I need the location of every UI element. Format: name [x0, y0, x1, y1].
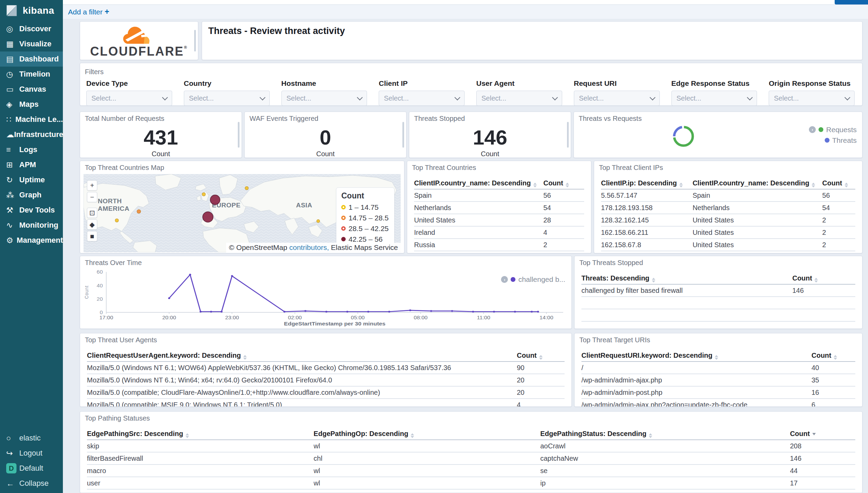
- filter-select-hostname[interactable]: Select...: [281, 91, 367, 106]
- sidebar-item-visualize[interactable]: ▦Visualize: [0, 36, 63, 51]
- polygon-tool-button[interactable]: ◆: [87, 219, 97, 230]
- legend-collapse-icon[interactable]: ›: [809, 126, 816, 133]
- sort-icon[interactable]: [649, 433, 652, 438]
- map-dot: [210, 195, 220, 205]
- scrollbar[interactable]: [567, 122, 569, 147]
- column-header-count[interactable]: Count: [790, 428, 855, 440]
- sidebar-item-collapse[interactable]: ←Collapse: [0, 476, 63, 491]
- filter-select-device-type[interactable]: Select...: [86, 91, 172, 106]
- sidebar-item-dashboard[interactable]: ▤Dashboard: [0, 51, 63, 67]
- sidebar-item-monitoring[interactable]: ∿Monitoring: [0, 218, 63, 233]
- scrollbar[interactable]: [238, 122, 240, 147]
- sidebar-item-dev-tools[interactable]: ⚒Dev Tools: [0, 203, 63, 218]
- column-header-edgepathingsrc-descending[interactable]: EdgePathingSrc: Descending: [87, 428, 314, 440]
- sort-icon[interactable]: [679, 183, 683, 187]
- sort-icon[interactable]: [186, 433, 189, 438]
- filter-select-request-uri[interactable]: Select...: [574, 91, 660, 106]
- column-header-count[interactable]: Count: [543, 177, 584, 189]
- filter-select-client-ip[interactable]: Select...: [379, 91, 465, 106]
- sidebar-item-maps[interactable]: ◈Maps: [0, 97, 63, 112]
- rectangle-tool-button[interactable]: ■: [87, 231, 97, 241]
- column-header-threats-descending[interactable]: Threats: Descending: [581, 272, 792, 284]
- kibana-logo[interactable]: kibana: [0, 0, 63, 21]
- maps-icon: ◈: [6, 100, 19, 109]
- column-header-count[interactable]: Count: [811, 349, 855, 362]
- column-header-edgepathingop-descending[interactable]: EdgePathingOp: Descending: [314, 428, 541, 440]
- sort-icon[interactable]: [834, 355, 837, 360]
- column-header-clientip-country-name-descending[interactable]: ClientIP.country_name: Descending: [414, 177, 543, 189]
- column-header-clientrequestuseragent-keyword-descending[interactable]: ClientRequestUserAgent.keyword: Descendi…: [87, 349, 517, 362]
- sidebar-item-default[interactable]: DDefault: [0, 461, 63, 476]
- sidebar-item-apm[interactable]: ⊞APM: [0, 157, 63, 172]
- scrollbar[interactable]: [402, 122, 404, 147]
- select-placeholder: Select...: [91, 94, 116, 102]
- sort-icon[interactable]: [533, 183, 537, 187]
- infrastructure-cloud-icon: ☁: [6, 130, 14, 139]
- panel-title: Top Pathing Statuses: [80, 412, 862, 422]
- top-search-bar-remnant: [63, 0, 868, 5]
- table-cell: user: [87, 477, 314, 489]
- legend-collapse-icon[interactable]: ›: [501, 276, 508, 283]
- sidebar-item-canvas[interactable]: ▭Canvas: [0, 82, 63, 97]
- sidebar-item-elastic[interactable]: ○elastic: [0, 431, 63, 446]
- sidebar-item-infrastructure[interactable]: ☁Infrastructure: [0, 127, 63, 142]
- table-cell: 162.158.66.211: [601, 226, 692, 239]
- svg-text:17:00: 17:00: [99, 315, 113, 321]
- scrollbar[interactable]: [194, 30, 196, 51]
- column-header-edgepathingstatus-descending[interactable]: EdgePathingStatus: Descending: [540, 428, 790, 440]
- sidebar-item-label: Infrastructure: [14, 130, 63, 139]
- metrics-row: Total Number of Requests431CountWAF Even…: [80, 112, 863, 158]
- filter-select-origin-response-status[interactable]: Select...: [769, 91, 855, 106]
- legend-item-challenged-by-filter-based-firewall[interactable]: ›challenged b...: [501, 275, 565, 284]
- sidebar-item-logout[interactable]: ↪Logout: [0, 446, 63, 461]
- column-header-count[interactable]: Count: [517, 349, 565, 362]
- map-dot: [245, 186, 249, 190]
- column-header-clientip-ip-descending[interactable]: ClientIP.ip: Descending: [601, 177, 692, 189]
- add-filter-link[interactable]: Add a filter+: [68, 7, 109, 16]
- sort-icon[interactable]: [243, 355, 247, 360]
- legend-dot: [819, 127, 823, 132]
- sidebar-item-management[interactable]: ⚙Management: [0, 233, 63, 248]
- chevron-down-icon: [162, 94, 168, 100]
- map-controls: +−⊡◆■: [87, 180, 97, 241]
- zoom-out-button[interactable]: −: [87, 192, 97, 202]
- sidebar-item-graph[interactable]: ⁂Graph: [0, 187, 63, 203]
- table-cell: filterBasedFirewall: [87, 452, 314, 465]
- sidebar-item-timelion[interactable]: ◷Timelion: [0, 67, 63, 82]
- sort-icon[interactable]: [812, 433, 816, 435]
- map-dot: [202, 211, 213, 222]
- update-button-fragment[interactable]: [835, 0, 868, 4]
- metric-label: Count: [316, 150, 334, 158]
- column-header-count[interactable]: Count: [822, 177, 855, 189]
- column-header-clientip-country-name-descending[interactable]: ClientIP.country_name: Descending: [692, 177, 822, 189]
- zoom-in-button[interactable]: +: [87, 180, 97, 191]
- svg-text:40: 40: [97, 283, 103, 288]
- world-map[interactable]: NORTH AMERICAEUROPEASIA +−⊡◆■ Count 1 – …: [84, 174, 401, 252]
- attribution-link[interactable]: contributors,: [289, 243, 329, 251]
- legend-item-threats[interactable]: Threats: [809, 136, 857, 144]
- sort-icon[interactable]: [652, 278, 655, 283]
- sidebar-item-label: Uptime: [19, 175, 45, 184]
- filter-select-edge-response-status[interactable]: Select...: [671, 91, 757, 106]
- table-cell: 40: [811, 362, 855, 374]
- map-legend-item: 42.25 – 56: [341, 235, 389, 243]
- sidebar-item-logs[interactable]: ≡Logs: [0, 142, 63, 157]
- sidebar-item-machine-le[interactable]: ∷Machine Le...: [0, 112, 63, 127]
- filter-select-country[interactable]: Select...: [184, 91, 270, 106]
- sort-icon[interactable]: [566, 183, 569, 187]
- column-header-clientrequesturi-keyword-descending[interactable]: ClientRequestURI.keyword: Descending: [581, 349, 811, 362]
- sort-icon[interactable]: [812, 183, 815, 187]
- sort-icon[interactable]: [845, 183, 848, 187]
- sort-icon[interactable]: [539, 355, 543, 360]
- sort-icon[interactable]: [814, 278, 818, 283]
- legend-item-requests[interactable]: ›Requests: [809, 125, 857, 134]
- column-header-count[interactable]: Count: [792, 272, 855, 284]
- crop-tool-button[interactable]: ⊡: [87, 208, 97, 218]
- sort-icon[interactable]: [715, 355, 718, 360]
- sort-icon[interactable]: [411, 433, 414, 438]
- filter-country: CountrySelect...: [184, 79, 270, 106]
- sidebar-item-discover[interactable]: ◎Discover: [0, 21, 63, 36]
- filter-select-user-agent[interactable]: Select...: [476, 91, 562, 106]
- table-row: 178.128.193.158Netherlands54: [601, 202, 855, 214]
- sidebar-item-uptime[interactable]: ↻Uptime: [0, 172, 63, 187]
